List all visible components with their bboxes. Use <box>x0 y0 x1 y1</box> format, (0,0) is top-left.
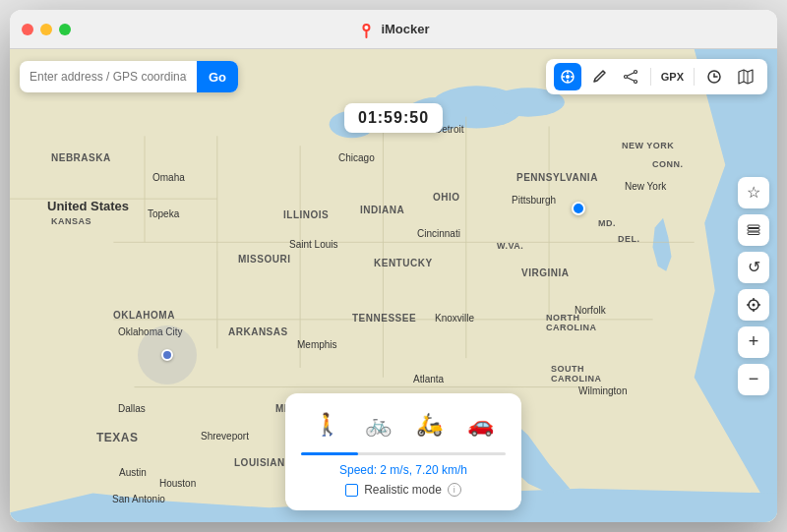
minimize-button[interactable] <box>40 24 52 35</box>
layers-button[interactable] <box>738 214 769 246</box>
clock-button[interactable] <box>700 63 728 90</box>
app-title: iMocker <box>381 22 429 36</box>
right-sidebar: ☆ ↺ <box>738 177 769 395</box>
car-mode-button[interactable]: 🚗 <box>458 407 502 443</box>
star-button[interactable]: ☆ <box>738 177 769 208</box>
titlebar: iMocker <box>10 10 777 49</box>
current-location <box>138 325 197 384</box>
traffic-lights <box>22 24 71 35</box>
svg-point-38 <box>753 303 756 306</box>
speed-bar-track <box>301 452 506 455</box>
speed-bar-fill <box>301 452 358 455</box>
info-icon[interactable]: i <box>448 483 461 497</box>
svg-rect-35 <box>748 228 759 231</box>
svg-point-26 <box>624 76 627 79</box>
map-area[interactable]: United States KaNSAS NEBRASKA ILLINOIS I… <box>10 49 777 522</box>
app-icon <box>357 21 375 38</box>
transport-modes: 🚶 🚲 🛵 🚗 <box>301 407 506 443</box>
pencil-button[interactable] <box>585 63 613 90</box>
timer-badge: 01:59:50 <box>344 103 443 133</box>
dc-location-dot <box>572 202 585 215</box>
zoom-in-button[interactable]: + <box>738 326 769 358</box>
realistic-mode-checkbox[interactable] <box>345 484 358 497</box>
svg-point-24 <box>634 71 636 74</box>
svg-point-1 <box>364 26 368 30</box>
location-radius <box>138 325 197 384</box>
share-button[interactable] <box>617 63 644 90</box>
realistic-mode-row: Realistic mode i <box>301 483 506 497</box>
locate-button[interactable] <box>738 289 769 321</box>
top-toolbar: Go <box>10 59 777 94</box>
zoom-out-button[interactable]: − <box>738 364 769 395</box>
svg-point-25 <box>634 81 636 84</box>
go-button[interactable]: Go <box>197 61 238 92</box>
svg-rect-34 <box>748 225 759 228</box>
titlebar-center: iMocker <box>357 21 429 38</box>
map-button[interactable] <box>732 63 759 90</box>
search-bar: Go <box>20 61 238 92</box>
scooter-mode-button[interactable]: 🛵 <box>407 407 451 443</box>
toolbar-right: GPX <box>546 59 767 94</box>
gpx-button[interactable]: GPX <box>657 63 688 90</box>
svg-line-27 <box>627 73 634 76</box>
walk-mode-button[interactable]: 🚶 <box>305 407 348 443</box>
bike-mode-button[interactable]: 🚲 <box>356 407 399 443</box>
crosshair-button[interactable] <box>554 63 581 90</box>
location-dot <box>161 349 173 361</box>
svg-point-23 <box>566 75 570 79</box>
search-input[interactable] <box>20 70 197 84</box>
close-button[interactable] <box>22 24 33 35</box>
maximize-button[interactable] <box>59 24 71 35</box>
realistic-mode-label: Realistic mode <box>364 483 442 497</box>
bottom-panel: 🚶 🚲 🛵 🚗 Speed: 2 m/s, 7.20 km/h Realisti… <box>285 393 521 510</box>
speed-text: Speed: 2 m/s, 7.20 km/h <box>301 463 506 477</box>
svg-rect-36 <box>748 232 759 235</box>
svg-line-28 <box>627 78 634 81</box>
main-content: United States KaNSAS NEBRASKA ILLINOIS I… <box>10 49 777 522</box>
reset-button[interactable]: ↺ <box>738 252 769 283</box>
app-window: iMocker <box>10 10 777 522</box>
